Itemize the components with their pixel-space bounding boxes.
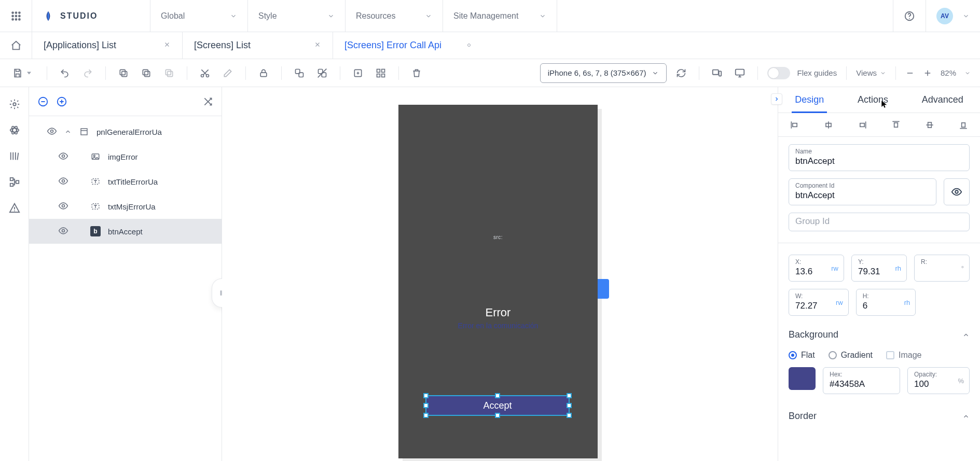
- zoom-in-button[interactable]: [923, 68, 932, 78]
- error-title-text[interactable]: Error: [398, 306, 598, 319]
- atom-icon[interactable]: [9, 124, 20, 136]
- lock-button[interactable]: [255, 65, 272, 81]
- hierarchy-icon[interactable]: [9, 176, 20, 188]
- help-icon[interactable]: [904, 10, 915, 22]
- selection-handle-ne[interactable]: [567, 393, 572, 398]
- selection-handle-s[interactable]: [495, 413, 500, 418]
- device-select[interactable]: iPhone 6, 6s, 7, 8 (375×667): [540, 63, 667, 83]
- visibility-icon[interactable]: [47, 126, 57, 138]
- w-field[interactable]: W: 72.27 rw: [789, 289, 849, 316]
- warning-icon[interactable]: [9, 202, 20, 214]
- menu-resources[interactable]: Resources: [346, 0, 443, 32]
- save-button[interactable]: [9, 65, 26, 81]
- tree-item-image[interactable]: imgError: [29, 144, 222, 169]
- paste-button[interactable]: [138, 65, 155, 81]
- y-field[interactable]: Y: 79.31 rh: [851, 255, 907, 282]
- add-frame-button[interactable]: [350, 65, 366, 81]
- bg-mode-gradient[interactable]: Gradient: [829, 351, 873, 360]
- menu-style[interactable]: Style: [248, 0, 346, 32]
- duplicate-button[interactable]: [161, 65, 177, 81]
- expand-all-button[interactable]: [56, 96, 67, 107]
- copy-button[interactable]: [115, 65, 132, 81]
- redo-button[interactable]: [79, 65, 96, 81]
- selection-handle-w[interactable]: [423, 403, 429, 408]
- r-field[interactable]: R: °: [914, 255, 970, 282]
- cut-button[interactable]: [197, 65, 213, 81]
- tree-item-text[interactable]: txtTitleErrorUa: [29, 169, 222, 194]
- bg-opacity-field[interactable]: Opacity: 100 %: [907, 367, 970, 394]
- device-side-tab[interactable]: [598, 279, 609, 299]
- collapse-all-button[interactable]: [37, 96, 49, 107]
- bg-hex-field[interactable]: Hex: #43458A: [823, 367, 900, 394]
- field-unit[interactable]: rw: [831, 264, 838, 272]
- selection-handle-nw[interactable]: [423, 393, 429, 398]
- ungroup-button[interactable]: [314, 65, 330, 81]
- group-id-field[interactable]: Group Id: [789, 213, 970, 231]
- align-center-h-icon[interactable]: [823, 120, 834, 130]
- views-select[interactable]: Views: [856, 68, 886, 77]
- zoom-out-button[interactable]: [905, 68, 915, 78]
- brand[interactable]: STUDIO: [32, 0, 150, 32]
- editor-tab[interactable]: [Screens] List: [183, 32, 333, 59]
- tab-actions[interactable]: Actions: [858, 87, 888, 113]
- user-menu[interactable]: AV: [926, 0, 980, 32]
- edit-button[interactable]: [219, 65, 236, 81]
- field-unit[interactable]: rw: [836, 299, 843, 306]
- background-color-swatch[interactable]: [789, 367, 816, 390]
- trash-button[interactable]: [408, 65, 425, 81]
- align-center-v-icon[interactable]: [924, 120, 935, 130]
- x-field[interactable]: X: 13.6 rw: [789, 255, 844, 282]
- editor-tab-active[interactable]: [Screens] Error Call Api: [333, 32, 484, 59]
- component-id-field[interactable]: Component Id btnAccept: [789, 178, 936, 205]
- editor-tab[interactable]: [Applications] List: [32, 32, 183, 59]
- align-bottom-icon[interactable]: [958, 120, 969, 130]
- monitor-button[interactable]: [731, 65, 748, 81]
- visibility-icon[interactable]: [58, 201, 68, 213]
- accept-button-selected[interactable]: Accept: [425, 395, 570, 416]
- close-icon[interactable]: [163, 40, 171, 51]
- name-field[interactable]: Name btnAccept: [789, 144, 970, 171]
- component-id-visibility-button[interactable]: [944, 178, 970, 205]
- menu-site-management[interactable]: Site Management: [443, 0, 557, 32]
- device-frame[interactable]: src: Error Error en la comunicación Acce…: [398, 105, 598, 458]
- apps-grid-button[interactable]: [0, 0, 32, 32]
- design-canvas[interactable]: src: Error Error en la comunicación Acce…: [222, 87, 778, 461]
- settings-icon[interactable]: [9, 99, 20, 110]
- error-message-text[interactable]: Error en la comunicación: [398, 322, 598, 330]
- field-unit[interactable]: rh: [904, 299, 910, 306]
- panel-collapse-button[interactable]: [771, 93, 782, 105]
- h-field[interactable]: H: 6 rh: [856, 289, 916, 316]
- visibility-icon[interactable]: [58, 151, 68, 163]
- align-left-icon[interactable]: [790, 120, 800, 130]
- selection-handle-n[interactable]: [495, 393, 500, 398]
- selection-handle-se[interactable]: [567, 413, 572, 418]
- background-section-header[interactable]: Background: [789, 329, 970, 340]
- group-button[interactable]: [291, 65, 308, 81]
- refresh-button[interactable]: [673, 65, 689, 81]
- tab-design[interactable]: Design: [795, 87, 824, 113]
- tree-item-button[interactable]: b btnAccept: [29, 219, 222, 244]
- chevron-up-icon[interactable]: [64, 128, 72, 135]
- flex-guides-toggle[interactable]: [767, 67, 790, 79]
- devices-button[interactable]: [709, 65, 725, 81]
- visibility-icon[interactable]: [58, 226, 68, 238]
- selection-handle-e[interactable]: [567, 403, 572, 408]
- menu-global[interactable]: Global: [150, 0, 248, 32]
- layout-grid-button[interactable]: [372, 65, 389, 81]
- bg-mode-image[interactable]: Image: [886, 351, 921, 360]
- library-icon[interactable]: [9, 150, 20, 162]
- shuffle-icon[interactable]: [203, 96, 213, 107]
- align-top-icon[interactable]: [891, 120, 901, 130]
- undo-button[interactable]: [57, 65, 73, 81]
- home-button[interactable]: [0, 32, 32, 59]
- tree-item-panel[interactable]: pnlGeneralErrorUa: [29, 119, 222, 144]
- align-right-icon[interactable]: [857, 120, 867, 130]
- selection-handle-sw[interactable]: [423, 413, 429, 418]
- field-unit[interactable]: rh: [895, 264, 901, 272]
- border-section-header[interactable]: Border: [789, 411, 970, 422]
- tab-advanced[interactable]: Advanced: [922, 87, 963, 113]
- visibility-icon[interactable]: [58, 176, 68, 188]
- tree-item-text[interactable]: txtMsjErrorUa: [29, 194, 222, 219]
- bg-mode-flat[interactable]: Flat: [789, 351, 815, 360]
- close-icon[interactable]: [314, 40, 321, 51]
